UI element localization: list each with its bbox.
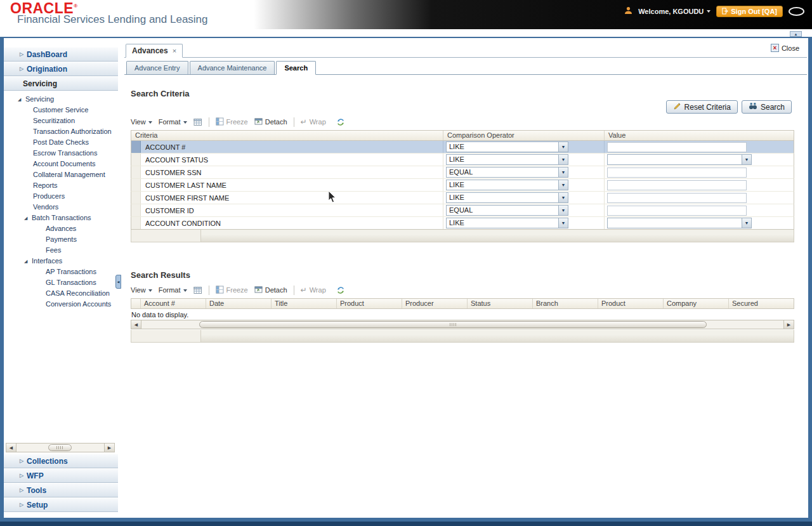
- tree-item-customer-service[interactable]: Customer Service: [4, 105, 118, 115]
- row-selector[interactable]: [131, 166, 141, 178]
- tab-advance-maintenance[interactable]: Advance Maintenance: [190, 61, 275, 74]
- refresh-icon[interactable]: [336, 286, 345, 294]
- operator-combo[interactable]: LIKE▼: [446, 141, 568, 152]
- freeze-button[interactable]: Freeze: [216, 117, 248, 127]
- sidebar-section-origination[interactable]: ▷Origination: [4, 62, 118, 76]
- chevron-down-icon[interactable]: ▼: [742, 155, 751, 164]
- column-header-comparison-operator[interactable]: Comparison Operator: [443, 131, 605, 140]
- tree-item-casa-reconciliation[interactable]: CASA Reconciliation: [4, 288, 118, 298]
- tree-item-gl-transactions[interactable]: GL Transactions: [4, 277, 118, 287]
- detach-button[interactable]: Detach: [254, 117, 287, 126]
- results-column-header[interactable]: Secured: [729, 299, 794, 308]
- criteria-row[interactable]: CUSTOMER FIRST NAMELIKE▼: [131, 192, 794, 204]
- row-selector[interactable]: [131, 217, 141, 229]
- column-header-value[interactable]: Value: [605, 131, 794, 140]
- chevron-down-icon[interactable]: ▼: [742, 218, 751, 228]
- format-menu[interactable]: Format: [159, 118, 187, 126]
- sidebar-section-setup[interactable]: ▷Setup: [4, 497, 118, 512]
- chevron-down-icon[interactable]: ▼: [558, 218, 568, 228]
- sidebar-section-dashboard[interactable]: ▷DashBoard: [4, 47, 118, 62]
- chevron-down-icon[interactable]: ▼: [558, 193, 568, 202]
- criteria-row[interactable]: CUSTOMER SSNEQUAL▼: [131, 166, 794, 179]
- results-column-header[interactable]: Status: [468, 299, 533, 308]
- search-button[interactable]: Search: [742, 100, 792, 114]
- chevron-down-icon[interactable]: ▼: [558, 142, 568, 152]
- tree-item-vendors[interactable]: Vendors: [4, 202, 118, 212]
- export-icon[interactable]: [193, 286, 202, 294]
- row-selector[interactable]: [131, 179, 141, 191]
- tree-item-post-date-checks[interactable]: Post Date Checks: [4, 137, 118, 147]
- scroll-left-icon[interactable]: ◀: [131, 320, 141, 329]
- value-input[interactable]: [607, 193, 747, 203]
- chevron-down-icon[interactable]: ▼: [558, 206, 568, 215]
- chevron-down-icon[interactable]: ▼: [558, 180, 568, 190]
- refresh-icon[interactable]: [336, 118, 345, 126]
- results-column-header[interactable]: Product: [337, 299, 402, 308]
- value-input[interactable]: [607, 168, 747, 178]
- tree-item-securitization[interactable]: Securitization: [4, 115, 118, 126]
- tree-node-interfaces[interactable]: ◢Interfaces: [4, 256, 118, 266]
- sidebar-section-wfp[interactable]: ▷WFP: [4, 468, 118, 483]
- tree-item-fees[interactable]: Fees: [4, 245, 118, 255]
- wrap-button[interactable]: ↵Wrap: [301, 286, 326, 294]
- wrap-button[interactable]: ↵Wrap: [301, 117, 326, 126]
- results-column-header[interactable]: Company: [664, 299, 729, 308]
- value-input[interactable]: [607, 206, 747, 216]
- sidebar-section-collections[interactable]: ▷Collections: [4, 454, 118, 468]
- tree-item-payments[interactable]: Payments: [4, 234, 118, 244]
- sidebar-section-servicing[interactable]: Servicing: [4, 76, 118, 91]
- scrollbar-thumb[interactable]: [199, 321, 706, 328]
- tree-item-advances[interactable]: Advances: [4, 223, 118, 233]
- tree-item-reports[interactable]: Reports: [4, 180, 118, 190]
- freeze-button[interactable]: Freeze: [216, 286, 248, 295]
- results-scrollbar[interactable]: ◀ ▶: [131, 320, 794, 329]
- row-selector[interactable]: [131, 141, 141, 153]
- tab-advances[interactable]: Advances ×: [126, 44, 183, 58]
- tree-item-collateral-management[interactable]: Collateral Management: [4, 169, 118, 180]
- tab-advance-entry[interactable]: Advance Entry: [126, 61, 188, 74]
- operator-combo[interactable]: EQUAL▼: [446, 205, 568, 216]
- tree-item-escrow-transactions[interactable]: Escrow Transactions: [4, 148, 118, 158]
- value-combo[interactable]: ▼: [607, 154, 752, 165]
- welcome-menu[interactable]: Welcome, KGOUDU: [638, 8, 710, 15]
- reset-criteria-button[interactable]: Reset Criteria: [666, 100, 738, 114]
- tree-node-servicing[interactable]: ◢Servicing: [4, 94, 118, 104]
- tree-node-batch-transactions[interactable]: ◢Batch Transactions: [4, 213, 118, 223]
- sidebar-section-tools[interactable]: ▷Tools: [4, 483, 118, 497]
- scroll-left-icon[interactable]: ◀: [6, 444, 16, 452]
- tab-search[interactable]: Search: [276, 61, 316, 75]
- value-combo[interactable]: ▼: [607, 218, 752, 228]
- criteria-row[interactable]: ACCOUNT #LIKE▼: [131, 141, 794, 154]
- row-selector[interactable]: [131, 154, 141, 166]
- view-menu[interactable]: View: [131, 286, 152, 294]
- results-column-header[interactable]: Date: [206, 299, 272, 308]
- tree-scrollbar[interactable]: ◀ ▶: [6, 443, 115, 452]
- sign-out-button[interactable]: Sign Out [QA]: [716, 6, 783, 17]
- tab-close-icon[interactable]: ×: [173, 47, 176, 55]
- results-column-header[interactable]: Product: [598, 299, 664, 308]
- scrollbar-thumb[interactable]: [48, 444, 72, 451]
- format-menu[interactable]: Format: [159, 286, 187, 294]
- tree-item-ap-transactions[interactable]: AP Transactions: [4, 266, 118, 277]
- chevron-down-icon[interactable]: ▼: [558, 155, 568, 164]
- tree-item-account-documents[interactable]: Account Documents: [4, 159, 118, 169]
- splitter-collapse-handle[interactable]: ◀: [115, 275, 121, 289]
- scroll-right-icon[interactable]: ▶: [783, 320, 794, 329]
- row-selector[interactable]: [131, 204, 141, 216]
- scroll-right-icon[interactable]: ▶: [104, 444, 114, 452]
- criteria-row[interactable]: ACCOUNT STATUSLIKE▼▼: [131, 154, 794, 166]
- row-selector[interactable]: [131, 192, 141, 204]
- export-icon[interactable]: [193, 118, 202, 126]
- operator-combo[interactable]: LIKE▼: [446, 192, 568, 203]
- collapse-node-icon[interactable]: ◢: [24, 213, 27, 223]
- operator-combo[interactable]: EQUAL▼: [446, 167, 568, 178]
- operator-combo[interactable]: LIKE▼: [446, 180, 568, 190]
- collapse-node-icon[interactable]: ◢: [18, 95, 21, 105]
- tree-item-producers[interactable]: Producers: [4, 191, 118, 201]
- operator-combo[interactable]: LIKE▼: [446, 218, 568, 228]
- tree-item-conversion-accounts[interactable]: Conversion Accounts: [4, 299, 118, 309]
- results-column-header[interactable]: Producer: [402, 299, 468, 308]
- chevron-down-icon[interactable]: ▼: [558, 168, 568, 177]
- detach-button[interactable]: Detach: [254, 286, 287, 294]
- collapse-panel-button[interactable]: ▲: [790, 31, 802, 37]
